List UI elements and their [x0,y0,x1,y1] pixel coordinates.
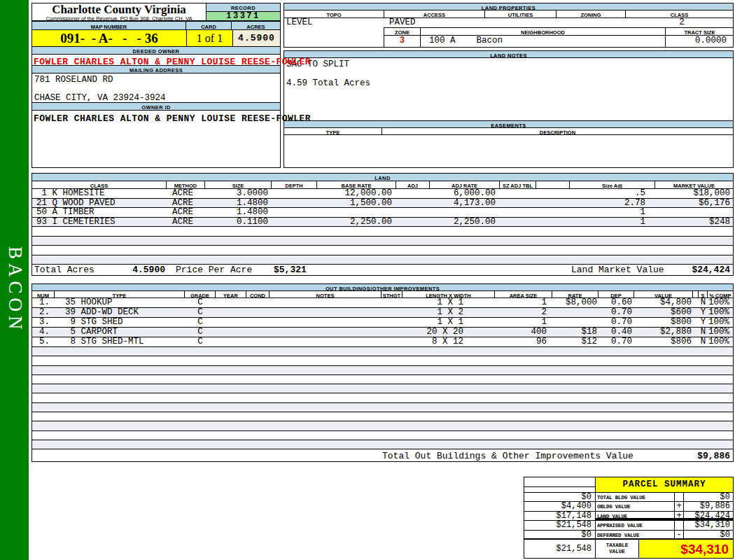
empty-row [32,440,733,449]
col-year: YEAR [216,291,246,298]
col-depth: DEPTH [272,181,317,188]
class-value: 2 [631,18,733,27]
tract-size-label: TRACT SIZE [666,28,734,35]
record-value: 13371 [206,12,281,21]
taxable-prev-value: $21,548 [524,540,596,558]
empty-row [32,356,733,365]
district-name: BACON [4,246,26,334]
price-per-acre-value: $5,321 [274,265,307,275]
summary-header-spacer [524,477,596,492]
easement-description-label: DESCRIPTION [382,128,733,134]
deeded-owner-label: DEEDED OWNER [31,46,281,55]
land-row: 50 A TIMBER ACRE 1.4800 1 [32,208,733,218]
total-acres-label: Total Acres [34,265,94,275]
utilities-value [490,18,561,27]
summary-row: $0 TOTAL BLDG VALUE $0 [524,493,733,502]
out-buildings-total-label: Total Out Buildings & Other Improvements… [382,451,634,461]
summary-row: $21,548 APPRAISED VALUE $34,310 [524,521,733,530]
empty-row [32,375,733,384]
county-title-box: Charlotte County Virginia Commissioner o… [31,3,206,21]
zoning-value [561,18,631,27]
topo-label: TOPO [284,10,384,18]
out-building-row: 2. 39 ADD-WD DECK C 1 X 2 2 0.70 $600 Y … [32,308,733,318]
zone-value: 3 [384,36,421,48]
mailing-address-box: 781 ROSELAND RD CHASE CITY, VA 23924-392… [31,74,281,102]
easements-title: EASEMENTS [284,120,734,128]
col-size-adj: Size Adj [570,181,655,188]
col-rate: RATE [552,291,598,298]
property-record-card: BACON Charlotte County Virginia Commissi… [0,0,735,560]
empty-row [32,366,733,375]
empty-row [32,227,733,237]
land-table-header: CLASS METHOD SIZE DEPTH BASE RATE ADJ AD… [32,181,733,189]
out-buildings-title: OUT BUILDINGS/OTHER IMPROVEMENTS [32,284,733,291]
summary-row: $0 DEFERRED VALUE - $0 [524,531,733,540]
map-value-row: 091- - A- - - 36 1 of 1 4.5900 [31,29,281,47]
empty-row [32,431,733,440]
land-notes-line2: 4.59 Total Acres [286,78,370,88]
col-type: TYPE [55,291,185,298]
out-buildings-total-value: $9,886 [697,451,730,461]
map-number-value: 091- - A- - - 36 [32,30,187,46]
col-blank [536,181,570,188]
col-area: AREA SIZE [495,291,552,298]
parcel-summary-title: PARCEL SUMMARY [596,477,733,492]
empty-row [32,421,733,430]
empty-row [32,246,733,255]
out-buildings-header: NUM TYPE GRADE YEAR COND NOTES STHGT LEN… [32,291,733,298]
col-sthgt: STHGT [382,291,402,298]
col-sz-adj-tbl: SZ ADJ TBL [500,181,536,188]
col-adj-rate: ADJ RATE [430,181,500,188]
tract-size-value: 0.0000 [666,36,734,48]
land-properties-box: LAND PROPERTIES TOPO ACCESS UTILITIES ZO… [284,3,734,48]
col-base-rate: BASE RATE [317,181,396,188]
zoning-label: ZONING [556,10,626,18]
acres-label: ACRES [232,22,280,29]
owner-id-row: FOWLER CHARLES ALTON & PENNY LOUISE REES… [31,111,281,122]
utilities-label: UTILITIES [485,10,556,18]
owner-block-footer [31,122,281,168]
empty-row [32,237,733,246]
taxable-label: TAXABLE VALUE [596,540,639,558]
col-class: CLASS [32,181,167,188]
deeded-owner-value: FOWLER CHARLES ALTON & PENNY LOUISE REES… [34,57,311,67]
summary-row: $4,400 OBLDG VALUE + $9,886 [524,502,733,511]
out-buildings-table: OUT BUILDINGS/OTHER IMPROVEMENTS NUM TYP… [31,284,734,462]
land-market-value: $24,424 [692,265,730,275]
land-row: 93 I CEMETERIES ACRE 0.1100 2,250.00 2,2… [32,218,733,227]
land-table: LAND CLASS METHOD SIZE DEPTH BASE RATE A… [31,173,734,276]
owner-block: Charlotte County Virginia Commissioner o… [31,3,281,168]
land-properties-title: LAND PROPERTIES [284,4,733,10]
card-label: CARD [186,22,232,29]
class-label: CLASS [626,10,733,18]
empty-row [32,384,733,393]
summary-row: $17,148 LAND VALUE + $24,424 [524,512,733,521]
land-row: 21 Q WOOD PAVED ACRE 1.4800 1,500.00 4,1… [32,199,733,209]
neighborhood-label: NEIGHBORHOOD [421,28,666,35]
price-per-acre-label: Price Per Acre [176,265,252,275]
land-market-value-label: Land Market Value [571,265,664,275]
zone-label: ZONE [384,28,421,35]
card-value: 1 of 1 [187,30,233,46]
county-title: Charlotte County Virginia [32,4,206,16]
owner-id-label: OWNER ID [31,102,281,111]
col-notes: NOTES [270,291,382,298]
land-notes-box: SAC TO SPLIT 4.59 Total Acres [284,58,734,120]
empty-row [32,393,733,402]
neighborhood-value: 100 A Bacon [421,36,666,48]
out-buildings-total-row: Total Out Buildings & Other Improvements… [32,449,733,462]
col-num: NUM [32,291,55,298]
taxable-value: $34,310 [639,540,733,558]
col-value: VALUE [634,291,693,298]
col-method: METHOD [167,181,205,188]
land-table-title: LAND [32,174,733,181]
easement-type-label: TYPE [284,128,382,134]
topo-value: LEVEL [284,18,386,27]
owner-id-value: FOWLER CHARLES ALTON & PENNY LOUISE REES… [34,113,311,124]
easements-header-row: TYPE DESCRIPTION [284,128,734,135]
address-line2: CHASE CITY, VA 23924-3924 [34,93,166,103]
empty-row [32,347,733,356]
land-properties-block: LAND PROPERTIES TOPO ACCESS UTILITIES ZO… [284,3,734,168]
col-dep: DEP [598,291,634,298]
parcel-summary: PARCEL SUMMARY $0 TOTAL BLDG VALUE $0 $4… [524,477,734,559]
